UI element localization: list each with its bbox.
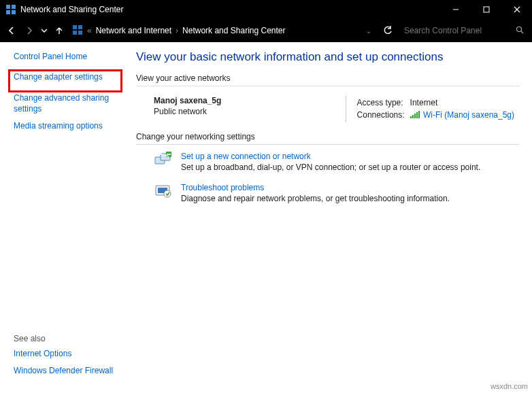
app-icon (5, 4, 16, 15)
troubleshoot-icon (154, 183, 173, 199)
svg-rect-15 (412, 115, 414, 118)
option-setup-connection[interactable]: Set up a new connection or network Set u… (154, 152, 520, 172)
see-also-internet-options[interactable]: Internet Options (14, 349, 113, 360)
svg-rect-17 (416, 112, 418, 118)
setup-connection-icon (154, 152, 173, 168)
window-controls (440, 0, 532, 19)
sidebar-change-advanced-sharing[interactable]: Change advanced sharing settings (14, 93, 129, 114)
svg-rect-1 (12, 5, 16, 9)
sidebar-change-adapter-settings[interactable]: Change adapter settings (14, 72, 129, 83)
title-bar: Network and Sharing Center (0, 0, 532, 19)
svg-line-13 (521, 31, 523, 33)
breadcrumb-network-internet[interactable]: Network and Internet (96, 26, 171, 35)
svg-point-26 (164, 190, 171, 197)
svg-rect-11 (78, 31, 82, 35)
search-box[interactable] (399, 22, 528, 39)
refresh-button[interactable] (380, 22, 396, 39)
svg-point-12 (517, 27, 522, 31)
see-also-header: See also (14, 334, 113, 343)
svg-rect-18 (418, 111, 420, 118)
access-type-label: Access type: (357, 97, 409, 108)
svg-rect-3 (12, 10, 16, 14)
svg-rect-8 (73, 25, 77, 29)
page-heading: View your basic network information and … (136, 50, 520, 64)
divider (136, 86, 520, 86)
control-panel-icon (72, 24, 83, 37)
watermark: wsxdn.com (491, 382, 528, 390)
address-bar[interactable]: « Network and Internet › Network and Sha… (69, 22, 377, 39)
divider (136, 144, 520, 145)
sidebar: Control Panel Home Change adapter settin… (0, 42, 136, 393)
search-icon[interactable] (516, 26, 524, 36)
option-troubleshoot-desc: Diagnose and repair network problems, or… (181, 194, 450, 203)
svg-rect-0 (6, 5, 10, 9)
minimize-button[interactable] (440, 0, 471, 19)
up-button[interactable] (52, 22, 67, 39)
svg-rect-14 (410, 116, 412, 118)
network-name: Manoj saxena_5g (154, 96, 346, 105)
window-title: Network and Sharing Center (20, 5, 123, 14)
search-input[interactable] (403, 25, 516, 36)
address-dropdown-icon[interactable]: ⌄ (366, 27, 371, 35)
wifi-signal-icon (410, 111, 420, 120)
sidebar-control-panel-home[interactable]: Control Panel Home (14, 52, 129, 63)
option-setup-desc: Set up a broadband, dial-up, or VPN conn… (181, 163, 480, 172)
svg-rect-16 (414, 114, 416, 118)
option-troubleshoot[interactable]: Troubleshoot problems Diagnose and repai… (154, 183, 520, 203)
recent-dropdown[interactable] (39, 22, 49, 39)
option-setup-title[interactable]: Set up a new connection or network (181, 152, 480, 161)
svg-rect-10 (73, 31, 77, 35)
svg-rect-2 (6, 10, 10, 14)
breadcrumb-separator: « (87, 26, 92, 35)
breadcrumb-sharing-center[interactable]: Network and Sharing Center (182, 26, 285, 35)
change-settings-label: Change your networking settings (136, 132, 520, 141)
see-also-section: See also Internet Options Windows Defend… (14, 334, 113, 383)
access-type-value: Internet (410, 97, 518, 108)
option-troubleshoot-title[interactable]: Troubleshoot problems (181, 183, 450, 192)
forward-button[interactable] (22, 22, 37, 39)
network-type: Public network (154, 107, 346, 116)
main-panel: View your basic network information and … (136, 42, 532, 393)
close-button[interactable] (501, 0, 532, 19)
active-network-row: Manoj saxena_5g Public network Access ty… (136, 93, 520, 132)
connections-label: Connections: (357, 109, 409, 121)
svg-rect-5 (484, 7, 489, 12)
maximize-button[interactable] (471, 0, 501, 19)
sidebar-media-streaming[interactable]: Media streaming options (14, 121, 129, 132)
breadcrumb-chevron-icon: › (176, 26, 178, 35)
back-button[interactable] (4, 22, 19, 39)
active-networks-label: View your active networks (136, 73, 520, 83)
see-also-firewall[interactable]: Windows Defender Firewall (14, 366, 113, 377)
connection-link[interactable]: Wi-Fi (Manoj saxena_5g) (423, 110, 514, 120)
nav-bar: « Network and Internet › Network and Sha… (0, 19, 532, 42)
svg-rect-9 (78, 25, 82, 29)
